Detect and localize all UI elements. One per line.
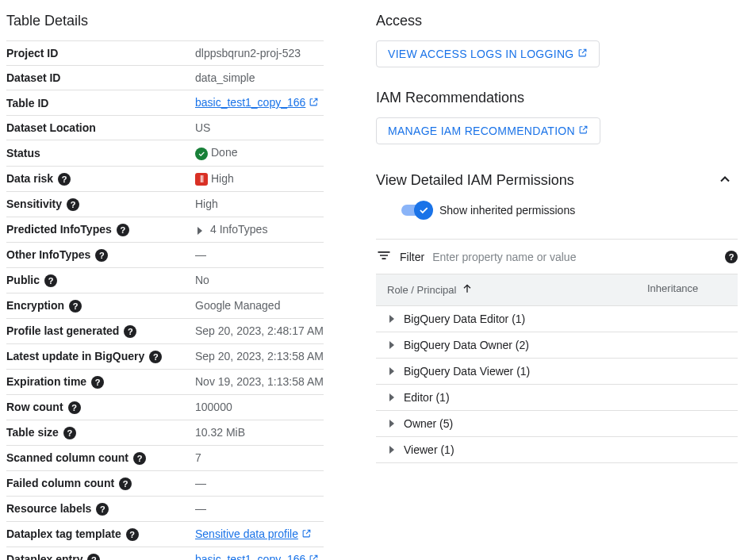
filter-input[interactable] xyxy=(432,251,712,263)
manage-iam-recommendation-button[interactable]: MANAGE IAM RECOMMENDATION xyxy=(376,117,600,144)
help-icon[interactable]: ? xyxy=(58,173,71,186)
latest-update-bq-label: Latest update in BigQuery xyxy=(6,350,144,362)
inheritance-column-header[interactable]: Inheritance xyxy=(647,282,698,294)
manage-iam-recommendation-label: MANAGE IAM RECOMMENDATION xyxy=(388,125,575,137)
scanned-column-count-value: 7 xyxy=(195,451,201,464)
help-icon[interactable]: ? xyxy=(117,224,129,236)
project-id-value: dlppsbqrun2-proj-523 xyxy=(195,47,301,59)
role-column-header[interactable]: Role / Principal xyxy=(387,284,456,296)
row-count-value: 100000 xyxy=(195,401,232,413)
dataplex-entry-link[interactable]: basic_test1_copy_166 xyxy=(195,553,305,560)
role-row[interactable]: BigQuery Data Editor (1) xyxy=(376,306,738,332)
expand-icon[interactable] xyxy=(389,315,394,323)
check-circle-icon xyxy=(195,148,208,160)
encryption-value: Google Managed xyxy=(195,299,280,312)
role-row[interactable]: BigQuery Data Viewer (1) xyxy=(376,359,738,385)
table-id-label: Table ID xyxy=(6,97,48,109)
resource-labels-value: — xyxy=(195,502,206,515)
role-name: BigQuery Data Owner (2) xyxy=(404,339,529,351)
role-row[interactable]: Viewer (1) xyxy=(376,437,738,463)
other-infotypes-value: — xyxy=(195,248,206,261)
failed-column-count-value: — xyxy=(195,477,206,489)
help-icon[interactable]: ? xyxy=(95,249,108,262)
role-row[interactable]: Editor (1) xyxy=(376,385,738,411)
help-icon[interactable]: ? xyxy=(67,198,79,211)
help-icon[interactable]: ? xyxy=(87,554,100,560)
scanned-column-count-label: Scanned column count xyxy=(6,451,128,464)
dataset-location-value: US xyxy=(195,121,210,134)
expand-icon[interactable] xyxy=(389,393,394,401)
other-infotypes-label: Other InfoTypes xyxy=(6,248,90,261)
show-inherited-toggle[interactable] xyxy=(401,205,430,216)
sensitivity-value: High xyxy=(195,198,218,210)
help-icon[interactable]: ? xyxy=(119,478,132,490)
view-access-logs-label: VIEW ACCESS LOGS IN LOGGING xyxy=(388,48,574,60)
dataplex-entry-label: Dataplex entry xyxy=(6,553,82,560)
help-icon[interactable]: ? xyxy=(44,274,57,287)
role-row[interactable]: BigQuery Data Owner (2) xyxy=(376,332,738,359)
expiration-time-value: Nov 19, 2023, 1:13:58 AM xyxy=(195,375,324,388)
help-icon[interactable]: ? xyxy=(91,376,104,389)
expand-icon[interactable] xyxy=(389,446,394,454)
resource-labels-label: Resource labels xyxy=(6,502,91,515)
help-icon[interactable]: ? xyxy=(68,401,81,414)
iam-recommendations-heading: IAM Recommendations xyxy=(376,90,738,106)
public-label: Public xyxy=(6,274,40,286)
project-id-label: Project ID xyxy=(6,47,58,59)
help-icon[interactable]: ? xyxy=(124,325,136,338)
public-value: No xyxy=(195,274,209,286)
role-name: BigQuery Data Viewer (1) xyxy=(404,365,530,378)
role-row[interactable]: Owner (5) xyxy=(376,411,738,437)
profile-last-generated-label: Profile last generated xyxy=(6,324,119,337)
show-inherited-label: Show inherited permissions xyxy=(439,204,575,217)
encryption-label: Encryption xyxy=(6,299,64,312)
status-value: Done xyxy=(211,146,237,159)
table-details-heading: Table Details xyxy=(6,13,324,29)
dataplex-tag-template-link[interactable]: Sensitive data profile xyxy=(195,527,298,540)
external-link-icon xyxy=(301,528,312,541)
dataset-id-label: Dataset ID xyxy=(6,71,60,84)
sensitivity-label: Sensitivity xyxy=(6,198,62,210)
risk-high-icon: ||| xyxy=(195,173,208,186)
role-name: Viewer (1) xyxy=(404,443,454,456)
latest-update-bq-value: Sep 20, 2023, 2:13:58 AM xyxy=(195,350,324,362)
roles-table-header: Role / Principal Inheritance xyxy=(376,274,738,306)
help-icon[interactable]: ? xyxy=(149,351,162,363)
status-label: Status xyxy=(6,147,40,159)
help-icon[interactable]: ? xyxy=(725,251,738,263)
table-size-label: Table size xyxy=(6,426,59,439)
help-icon[interactable]: ? xyxy=(69,300,82,313)
toggle-thumb xyxy=(414,201,433,220)
chevron-up-icon[interactable] xyxy=(712,167,738,194)
help-icon[interactable]: ? xyxy=(63,427,76,439)
help-icon[interactable]: ? xyxy=(133,452,146,465)
table-id-link[interactable]: basic_test1_copy_166 xyxy=(195,96,305,109)
filter-label: Filter xyxy=(400,251,424,263)
dataset-location-label: Dataset Location xyxy=(6,121,96,134)
view-detailed-iam-heading: View Detailed IAM Permissions xyxy=(376,172,574,189)
external-link-icon xyxy=(578,125,589,137)
view-access-logs-button[interactable]: VIEW ACCESS LOGS IN LOGGING xyxy=(376,40,600,67)
profile-last-generated-value: Sep 20, 2023, 2:48:17 AM xyxy=(195,324,324,337)
external-link-icon xyxy=(577,48,588,60)
table-details-table: Project ID dlppsbqrun2-proj-523 Dataset … xyxy=(6,40,324,560)
failed-column-count-label: Failed column count xyxy=(6,477,114,489)
sort-ascending-icon[interactable] xyxy=(461,282,474,297)
data-risk-label: Data risk xyxy=(6,172,53,185)
dataset-id-value: data_simple xyxy=(195,71,255,84)
external-link-icon xyxy=(309,554,319,560)
role-name: Editor (1) xyxy=(404,391,450,404)
external-link-icon xyxy=(309,97,319,109)
expand-icon[interactable] xyxy=(389,420,394,428)
predicted-infotypes-value: 4 InfoTypes xyxy=(210,223,267,236)
roles-list: BigQuery Data Editor (1) BigQuery Data O… xyxy=(376,306,738,463)
role-name: Owner (5) xyxy=(404,417,453,430)
expand-icon[interactable] xyxy=(389,341,394,349)
access-heading: Access xyxy=(376,13,738,29)
help-icon[interactable]: ? xyxy=(96,503,109,516)
filter-icon xyxy=(376,247,392,266)
predicted-infotypes-label: Predicted InfoTypes xyxy=(6,223,112,236)
expand-icon[interactable] xyxy=(198,227,202,235)
expand-icon[interactable] xyxy=(389,367,394,375)
help-icon[interactable]: ? xyxy=(126,528,139,541)
